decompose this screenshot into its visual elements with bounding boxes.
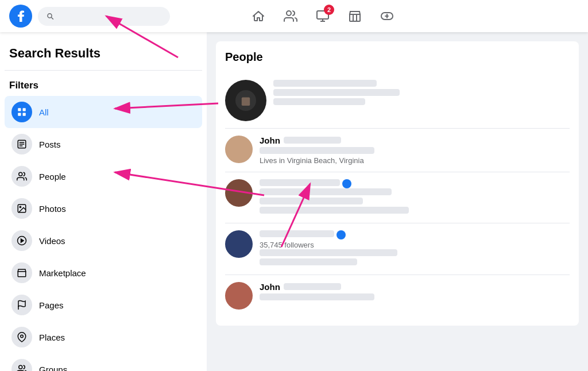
nav-gaming-button[interactable]: [373, 2, 401, 30]
filter-all-label: All: [39, 107, 49, 117]
person-info-4: 35,745 followers: [260, 230, 570, 268]
filter-videos-label: Videos: [39, 236, 65, 246]
search-bar[interactable]: john: [38, 7, 170, 26]
person-name-blurred-1: [273, 80, 377, 87]
svg-point-15: [21, 335, 24, 338]
nav-left: john: [9, 5, 181, 28]
person-followers-4: 35,745 followers: [260, 241, 570, 249]
search-icon: [46, 11, 54, 21]
svg-rect-7: [23, 113, 26, 116]
filter-photos[interactable]: Photos: [5, 192, 202, 225]
avatar-5: [225, 282, 253, 310]
filter-marketplace-label: Marketplace: [39, 268, 86, 278]
filter-posts[interactable]: Posts: [5, 128, 202, 160]
person-name-blurred-4: [260, 230, 334, 237]
person-detail-blurred-5a: [260, 293, 374, 300]
filter-people-icon: [11, 166, 32, 187]
person-detail-blurred-4b: [260, 258, 357, 265]
person-name-blurred-5: [284, 283, 341, 290]
filter-videos[interactable]: Videos: [5, 225, 202, 257]
svg-point-11: [20, 206, 21, 207]
results-section: People: [216, 41, 579, 326]
svg-rect-6: [18, 113, 21, 116]
avatar-3: [225, 179, 253, 207]
avatar-4: [225, 230, 253, 258]
sidebar-divider: [5, 70, 202, 71]
person-card-2[interactable]: John Lives in Virginia Beach, Virginia: [225, 129, 570, 172]
person-detail-blurred-1a: [273, 89, 400, 96]
filters-label: Filters: [5, 78, 202, 96]
person-info-5: John: [260, 282, 570, 303]
avatar-1: [225, 80, 266, 121]
sidebar: Search Results Filters All: [0, 32, 207, 371]
person-card-3[interactable]: [225, 172, 570, 223]
svg-marker-13: [21, 239, 24, 242]
sidebar-title: Search Results: [5, 41, 202, 68]
person-name-2: John: [260, 136, 280, 145]
person-name-5: John: [260, 282, 280, 292]
filter-groups-icon: [11, 359, 32, 371]
filter-photos-label: Photos: [39, 204, 66, 214]
nav-home-button[interactable]: [245, 2, 272, 30]
filter-people[interactable]: People: [5, 160, 202, 192]
friends-icon: [284, 9, 297, 23]
nav-marketplace-button[interactable]: [341, 2, 369, 30]
verified-badge-4: [336, 230, 346, 239]
top-navigation: john 2: [0, 0, 588, 32]
filter-places-label: Places: [39, 333, 65, 342]
nav-watch-button[interactable]: 2: [309, 2, 336, 30]
filter-marketplace-icon: [11, 262, 32, 283]
person-detail-blurred-3b: [260, 198, 363, 204]
filter-photos-icon: [11, 198, 32, 219]
avatar-2: [225, 136, 253, 163]
svg-rect-5: [23, 108, 26, 111]
svg-point-9: [19, 172, 22, 176]
svg-rect-4: [18, 108, 21, 111]
content-area: People: [207, 32, 588, 371]
watch-badge: 2: [324, 5, 334, 15]
person-detail-blurred-1b: [273, 98, 365, 105]
person-info-1: [273, 80, 570, 107]
nav-friends-button[interactable]: [277, 2, 304, 30]
filter-marketplace[interactable]: Marketplace: [5, 257, 202, 289]
facebook-logo[interactable]: [9, 5, 32, 28]
main-layout: Search Results Filters All: [0, 32, 588, 371]
filter-pages[interactable]: Pages: [5, 289, 202, 321]
person-info-2: John Lives in Virginia Beach, Virginia: [260, 136, 570, 165]
filter-all[interactable]: All: [5, 96, 202, 128]
filter-people-label: People: [39, 172, 66, 181]
filter-groups-label: Groups: [39, 365, 67, 372]
filter-groups[interactable]: Groups: [5, 353, 202, 371]
person-card-5[interactable]: John: [225, 275, 570, 316]
marketplace-icon: [348, 9, 362, 23]
filter-places[interactable]: Places: [5, 321, 202, 353]
person-info-3: [260, 179, 570, 216]
svg-point-16: [19, 365, 22, 369]
verified-badge-3: [342, 179, 351, 188]
filter-videos-icon: [11, 230, 32, 251]
gaming-icon: [380, 9, 394, 23]
person-detail-blurred-4a: [260, 249, 397, 256]
nav-center: 2: [181, 2, 464, 30]
person-name-blurred-3: [260, 179, 340, 186]
person-detail-2: Lives in Virginia Beach, Virginia: [260, 156, 570, 165]
person-detail-blurred-3a: [260, 188, 392, 195]
home-icon: [252, 9, 265, 23]
filter-posts-label: Posts: [39, 140, 61, 149]
svg-point-1: [287, 11, 291, 16]
section-title: People: [225, 51, 570, 64]
person-card-4[interactable]: 35,745 followers: [225, 223, 570, 275]
filter-pages-label: Pages: [39, 300, 64, 310]
filter-all-icon: [11, 102, 32, 122]
person-name-blurred-2: [284, 137, 341, 144]
person-card-1[interactable]: [225, 73, 570, 129]
person-detail-blurred-3c: [260, 207, 409, 214]
svg-rect-18: [242, 98, 250, 106]
filter-posts-icon: [11, 134, 32, 154]
filter-places-icon: [11, 327, 32, 347]
filter-pages-icon: [11, 295, 32, 315]
search-input[interactable]: john: [59, 11, 162, 21]
person-detail-blurred-2a: [260, 147, 374, 154]
